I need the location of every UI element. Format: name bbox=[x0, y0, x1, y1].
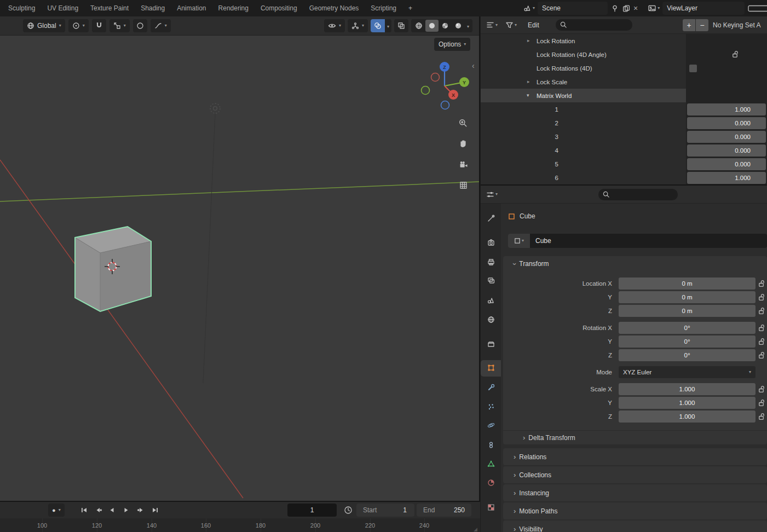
auto-key-button[interactable]: ● ▾ bbox=[48, 504, 65, 517]
editor-type-button[interactable]: ▾ bbox=[486, 191, 498, 198]
matrix-value-field[interactable]: 0.000 bbox=[687, 158, 766, 170]
tab-scene[interactable] bbox=[482, 293, 500, 308]
filter-button[interactable]: ▾ bbox=[505, 21, 517, 29]
channel-search-field[interactable] bbox=[556, 19, 632, 31]
tab-render[interactable] bbox=[482, 235, 500, 250]
ortho-toggle-button[interactable] bbox=[455, 177, 471, 193]
tab-output[interactable] bbox=[482, 255, 500, 270]
tab-object[interactable] bbox=[482, 360, 500, 375]
lock-open-icon[interactable] bbox=[759, 307, 765, 315]
proportional-falloff-dropdown[interactable]: ▾ bbox=[151, 19, 171, 32]
visibility-panel-header[interactable]: › Visibility bbox=[503, 521, 767, 532]
triangle-right-icon[interactable]: ▸ bbox=[527, 38, 530, 43]
matrix-value-field[interactable]: 0.000 bbox=[687, 117, 766, 129]
shading-rendered-button[interactable] bbox=[452, 20, 465, 32]
scene-name-field[interactable]: Scene bbox=[538, 2, 608, 15]
matrix-row[interactable]: 5 bbox=[481, 157, 686, 171]
view-object-types-dropdown[interactable]: ▾ bbox=[324, 19, 345, 32]
channel-lock-icon-slot[interactable] bbox=[733, 50, 739, 58]
properties-search-field[interactable] bbox=[598, 189, 678, 200]
shading-dropdown[interactable]: ▾ bbox=[465, 22, 471, 30]
tab-physics[interactable] bbox=[482, 418, 500, 433]
tab-world[interactable] bbox=[482, 312, 500, 327]
lock-open-icon[interactable] bbox=[759, 280, 765, 287]
corner-resize-handle[interactable]: ◢ bbox=[474, 527, 477, 532]
pivot-point-dropdown[interactable]: ▾ bbox=[68, 19, 89, 32]
location-y-field[interactable]: 0 m bbox=[619, 291, 756, 303]
matrix-row[interactable]: 4 bbox=[481, 143, 686, 157]
id-selector-button[interactable]: ▾ bbox=[508, 234, 530, 248]
transform-panel-header[interactable]: › Transform bbox=[503, 256, 767, 271]
tab-texture[interactable] bbox=[482, 500, 500, 515]
pin-icon[interactable] bbox=[610, 4, 619, 13]
matrix-value-field[interactable]: 0.000 bbox=[687, 131, 766, 143]
add-workspace-button[interactable]: + bbox=[402, 0, 418, 16]
frame-end-field[interactable]: End 250 bbox=[417, 504, 471, 517]
workspace-tab-sculpting[interactable]: Sculpting bbox=[2, 0, 41, 16]
timeline-ruler[interactable]: 100 120 140 160 180 200 220 240 ◢ bbox=[0, 518, 480, 532]
tab-particles[interactable] bbox=[482, 399, 500, 414]
lock-open-icon[interactable] bbox=[759, 385, 765, 393]
scale-y-field[interactable]: 1.000 bbox=[619, 397, 756, 409]
rotation-x-field[interactable]: 0° bbox=[619, 322, 756, 334]
keying-set-label[interactable]: No Keying Set A bbox=[713, 21, 760, 29]
instancing-panel-header[interactable]: › Instancing bbox=[503, 484, 767, 501]
matrix-value-field[interactable]: 1.000 bbox=[687, 172, 766, 184]
snap-target-dropdown[interactable]: ▾ bbox=[109, 19, 130, 32]
channel-lock-rotations-4d[interactable]: Lock Rotations (4D) bbox=[481, 61, 686, 75]
scene-selector-button[interactable]: ▾ bbox=[523, 4, 535, 12]
editor-type-button[interactable]: ▾ bbox=[486, 21, 498, 28]
workspace-tab-texture-paint[interactable]: Texture Paint bbox=[84, 0, 135, 16]
new-scene-icon[interactable] bbox=[622, 4, 631, 13]
navigation-gizmo[interactable]: Z Y X bbox=[422, 62, 470, 109]
lock-open-icon[interactable] bbox=[759, 324, 765, 332]
view-layer-selector-button[interactable]: ▾ bbox=[648, 4, 660, 12]
lock-open-icon[interactable] bbox=[759, 338, 765, 345]
frame-start-field[interactable]: Start 1 bbox=[356, 504, 414, 517]
lock-open-icon[interactable] bbox=[759, 399, 765, 407]
rotation-y-field[interactable]: 0° bbox=[619, 336, 756, 348]
matrix-value-field[interactable]: 1.000 bbox=[687, 103, 766, 115]
lock-open-icon[interactable] bbox=[759, 351, 765, 359]
location-z-field[interactable]: 0 m bbox=[619, 305, 756, 317]
workspace-tab-compositing[interactable]: Compositing bbox=[255, 0, 303, 16]
view-layer-name-field[interactable]: ViewLayer bbox=[662, 2, 745, 15]
current-frame-field[interactable]: 1 bbox=[287, 504, 337, 517]
triangle-down-icon[interactable]: ▾ bbox=[527, 93, 529, 98]
scale-z-field[interactable]: 1.000 bbox=[619, 410, 756, 423]
keying-set-add-button[interactable]: + bbox=[683, 19, 695, 31]
transform-orientation-dropdown[interactable]: Global ▾ bbox=[23, 19, 65, 32]
tab-modifiers[interactable] bbox=[482, 380, 500, 395]
collections-panel-header[interactable]: › Collections bbox=[503, 466, 767, 483]
lock-rotations-4d-checkbox[interactable] bbox=[689, 65, 697, 72]
use-preview-range-button[interactable] bbox=[344, 506, 353, 514]
shading-wireframe-button[interactable] bbox=[412, 20, 425, 32]
play-button[interactable] bbox=[123, 507, 130, 513]
lock-open-icon[interactable] bbox=[759, 293, 765, 301]
workspace-tab-rendering[interactable]: Rendering bbox=[212, 0, 255, 16]
edit-menu[interactable]: Edit bbox=[528, 21, 539, 29]
object-name-input[interactable]: Cube bbox=[530, 234, 767, 248]
gizmos-dropdown[interactable]: ▾ bbox=[348, 19, 368, 32]
overlays-dropdown[interactable]: ▾ bbox=[385, 22, 391, 30]
shading-material-button[interactable] bbox=[439, 20, 452, 32]
shading-solid-button[interactable] bbox=[425, 20, 439, 32]
location-x-field[interactable]: 0 m bbox=[619, 277, 756, 290]
unlink-scene-icon[interactable]: × bbox=[633, 4, 638, 12]
jump-to-start-button[interactable] bbox=[80, 507, 88, 513]
channel-lock-scale[interactable]: ▸ Lock Scale bbox=[481, 75, 686, 89]
next-keyframe-button[interactable] bbox=[137, 507, 145, 513]
keying-set-remove-button[interactable]: − bbox=[696, 19, 708, 31]
triangle-right-icon[interactable]: ▸ bbox=[527, 79, 530, 84]
pan-button[interactable] bbox=[455, 136, 471, 151]
motion-paths-panel-header[interactable]: › Motion Paths bbox=[503, 502, 767, 519]
tab-object-data[interactable] bbox=[482, 456, 500, 471]
tab-material[interactable] bbox=[482, 475, 500, 490]
tab-view-layer[interactable] bbox=[482, 273, 500, 288]
show-overlays-toggle[interactable] bbox=[371, 19, 385, 32]
matrix-row[interactable]: 2 bbox=[481, 116, 686, 130]
rotation-mode-dropdown[interactable]: XYZ Euler ▾ bbox=[619, 366, 756, 378]
snap-toggle-button[interactable] bbox=[92, 19, 106, 32]
options-button[interactable]: Options ▾ bbox=[434, 38, 470, 51]
light-object[interactable] bbox=[210, 103, 220, 113]
